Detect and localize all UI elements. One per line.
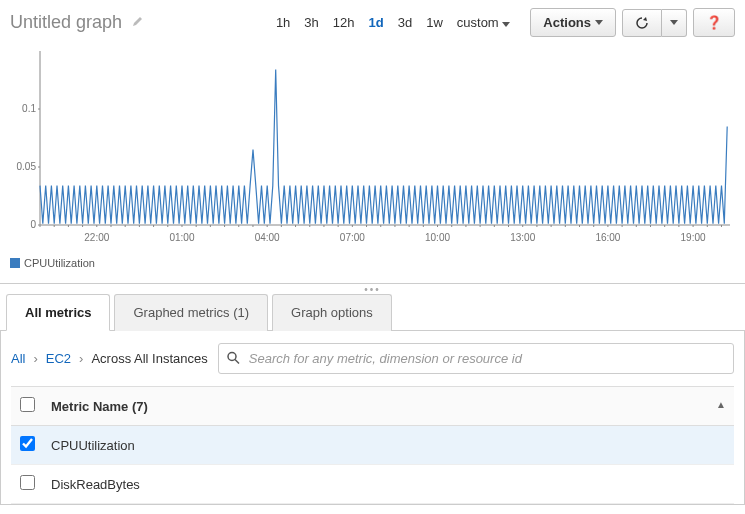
table-row[interactable]: CPUUtilization: [11, 426, 734, 465]
svg-text:04:00: 04:00: [255, 232, 280, 243]
breadcrumb-current: Across All Instances: [91, 351, 207, 366]
svg-text:0.1: 0.1: [22, 103, 36, 114]
legend-label: CPUUtilization: [24, 257, 95, 269]
svg-text:0.05: 0.05: [17, 161, 37, 172]
select-all-checkbox[interactable]: [20, 397, 35, 412]
sort-asc-icon: ▲: [716, 399, 726, 410]
svg-text:0: 0: [30, 219, 36, 230]
breadcrumb: All › EC2 › Across All Instances: [11, 351, 208, 366]
edit-title-icon[interactable]: [132, 15, 144, 30]
svg-text:22:00: 22:00: [84, 232, 109, 243]
help-button[interactable]: ❓: [693, 8, 735, 37]
svg-point-65: [228, 352, 236, 360]
line-chart[interactable]: 00.050.122:0001:0004:0007:0010:0013:0016…: [10, 45, 735, 245]
refresh-icon: [635, 16, 649, 30]
refresh-button[interactable]: [622, 9, 662, 37]
time-12h[interactable]: 12h: [327, 11, 361, 34]
search-input[interactable]: [218, 343, 734, 374]
search-icon: [226, 350, 240, 367]
help-icon: ❓: [706, 15, 722, 30]
chevron-right-icon: ›: [33, 351, 37, 366]
time-1w[interactable]: 1w: [420, 11, 449, 34]
tab-graph-options[interactable]: Graph options: [272, 294, 392, 331]
breadcrumb-namespace[interactable]: EC2: [46, 351, 71, 366]
svg-text:16:00: 16:00: [595, 232, 620, 243]
time-1h[interactable]: 1h: [270, 11, 296, 34]
tab-graphed-metrics[interactable]: Graphed metrics (1): [114, 294, 268, 331]
chevron-right-icon: ›: [79, 351, 83, 366]
svg-text:19:00: 19:00: [681, 232, 706, 243]
time-3h[interactable]: 3h: [298, 11, 324, 34]
column-header-metric-name[interactable]: Metric Name (7) ▲: [43, 387, 734, 426]
svg-text:01:00: 01:00: [169, 232, 194, 243]
row-checkbox[interactable]: [20, 475, 35, 490]
refresh-options-button[interactable]: [662, 9, 687, 37]
time-custom[interactable]: custom: [451, 11, 517, 34]
metric-name-cell: DiskReadBytes: [43, 465, 734, 504]
tab-bar: All metrics Graphed metrics (1) Graph op…: [0, 293, 745, 331]
row-checkbox[interactable]: [20, 436, 35, 451]
legend-swatch: [10, 258, 20, 268]
chart: 00.050.122:0001:0004:0007:0010:0013:0016…: [0, 45, 745, 253]
page-title: Untitled graph: [10, 12, 122, 33]
time-range-selector: 1h 3h 12h 1d 3d 1w custom: [270, 11, 516, 34]
caret-down-icon: [502, 22, 510, 27]
chart-legend: CPUUtilization: [0, 253, 745, 279]
time-3d[interactable]: 3d: [392, 11, 418, 34]
actions-button[interactable]: Actions: [530, 8, 616, 37]
time-1d[interactable]: 1d: [363, 11, 390, 34]
svg-text:13:00: 13:00: [510, 232, 535, 243]
svg-line-66: [235, 359, 239, 363]
breadcrumb-all[interactable]: All: [11, 351, 25, 366]
svg-text:10:00: 10:00: [425, 232, 450, 243]
caret-down-icon: [595, 20, 603, 25]
table-row[interactable]: DiskReadBytes: [11, 465, 734, 504]
svg-text:07:00: 07:00: [340, 232, 365, 243]
tab-all-metrics[interactable]: All metrics: [6, 294, 110, 331]
caret-down-icon: [670, 20, 678, 25]
metrics-table: Metric Name (7) ▲ CPUUtilization DiskRea…: [11, 386, 734, 504]
metric-name-cell: CPUUtilization: [43, 426, 734, 465]
splitter-handle[interactable]: •••: [0, 283, 745, 293]
